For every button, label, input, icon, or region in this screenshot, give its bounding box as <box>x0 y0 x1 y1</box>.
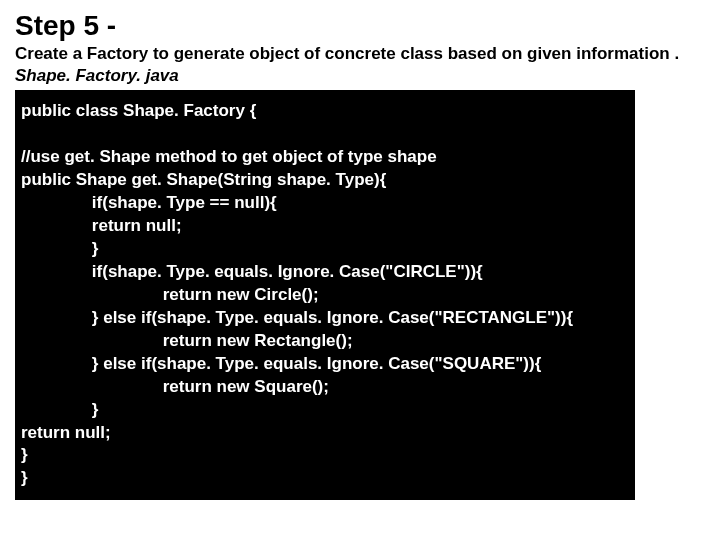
code-line: } else if(shape. Type. equals. Ignore. C… <box>21 354 541 373</box>
code-line: } <box>21 445 28 464</box>
code-block: public class Shape. Factory { //use get.… <box>15 90 635 500</box>
filename-label: Shape. Factory. java <box>15 66 705 86</box>
code-line: public Shape get. Shape(String shape. Ty… <box>21 170 386 189</box>
code-line: if(shape. Type. equals. Ignore. Case("CI… <box>21 262 483 281</box>
code-line: public class Shape. Factory { <box>21 101 256 120</box>
step-title: Step 5 - <box>15 10 705 42</box>
step-description: Create a Factory to generate object of c… <box>15 44 705 64</box>
code-line: return new Square(); <box>21 377 329 396</box>
code-line: if(shape. Type == null){ <box>21 193 277 212</box>
code-line: return null; <box>21 216 182 235</box>
code-line: } <box>21 400 98 419</box>
code-line: } else if(shape. Type. equals. Ignore. C… <box>21 308 573 327</box>
code-line: return new Circle(); <box>21 285 319 304</box>
code-line: //use get. Shape method to get object of… <box>21 147 437 166</box>
code-line: } <box>21 239 98 258</box>
code-line: return new Rectangle(); <box>21 331 353 350</box>
code-line: } <box>21 468 28 487</box>
code-line: return null; <box>21 423 111 442</box>
